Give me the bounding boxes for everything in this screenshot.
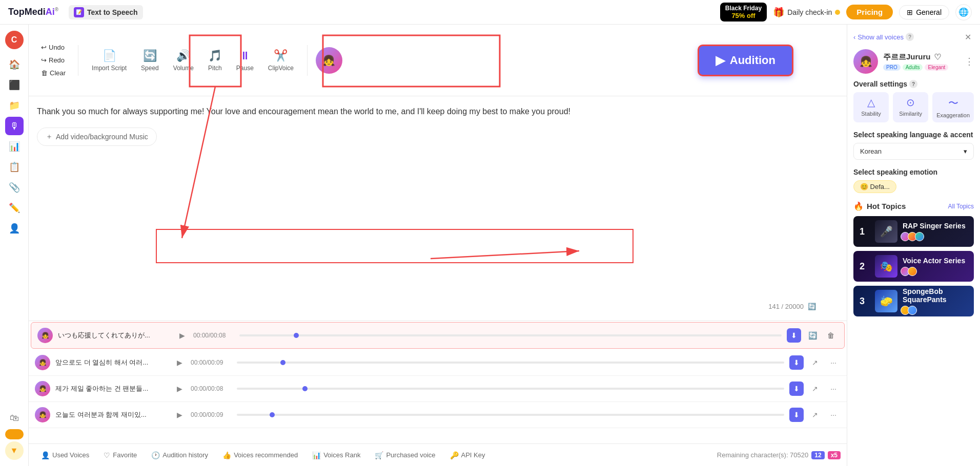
used-voices-label: Used Voices <box>52 451 89 459</box>
separator-2 <box>307 45 308 76</box>
sidebar-item-folder[interactable]: 📁 <box>5 96 24 115</box>
close-panel-button[interactable]: ✕ <box>962 31 974 43</box>
pricing-button[interactable]: Pricing <box>846 5 893 19</box>
favorite-icon: ♡ <box>104 451 110 459</box>
download-button[interactable]: ⬇ <box>789 355 804 370</box>
tts-badge[interactable]: 📝 Text to Speech <box>69 5 143 19</box>
sidebar-item-edit[interactable]: ✏️ <box>5 199 24 217</box>
history-scroll[interactable]: 👧 いつも応援してくれてありが... ▶ 00:00/00:08 ⬇ 🔄 🗑 <box>29 321 847 443</box>
add-music-label: Add video/background Music <box>56 133 148 141</box>
sidebar-item-layers[interactable]: ⬛ <box>5 76 24 94</box>
exaggeration-card[interactable]: 〜 Exaggeration <box>932 92 974 122</box>
heart-icon[interactable]: ♡ <box>934 52 941 62</box>
recommended-label: Voices recommended <box>234 451 298 459</box>
refresh-icon[interactable]: 🔄 <box>808 303 816 310</box>
hot-topics-title: Hot Topics <box>867 202 906 210</box>
voice-more-button[interactable]: ⋮ <box>965 56 974 67</box>
clear-button[interactable]: 🗑 Clear <box>37 67 70 79</box>
download-button[interactable]: ⬇ <box>789 408 804 422</box>
share-button[interactable]: ↗ <box>808 355 822 370</box>
voice-avatar[interactable]: 👧 <box>316 47 342 74</box>
all-topics-link[interactable]: All Topics <box>948 203 974 210</box>
download-button[interactable]: ⬇ <box>789 382 804 396</box>
settings-help-icon[interactable]: ? <box>909 80 917 88</box>
history-play-btn[interactable]: ▶ <box>173 409 186 421</box>
more-button[interactable]: ··· <box>826 408 841 422</box>
stability-card[interactable]: △ Stability <box>853 92 889 122</box>
share-button[interactable]: ↗ <box>808 408 822 422</box>
share-button[interactable]: ↗ <box>808 382 822 396</box>
import-icon: 📄 <box>103 49 116 62</box>
tab-purchased[interactable]: 🛒 Purchased voice <box>369 448 441 462</box>
tab-api[interactable]: 🔑 API Key <box>444 448 492 462</box>
undo-button[interactable]: ↩ Undo <box>37 41 70 53</box>
emotion-button[interactable]: 😊 Defa... <box>853 180 896 193</box>
history-progress-bar[interactable] <box>237 414 784 416</box>
general-button[interactable]: ⊞ General <box>899 5 949 19</box>
user-avatar[interactable]: C <box>5 31 24 49</box>
overall-settings-label: Overall settings <box>853 80 907 88</box>
history-play-btn[interactable]: ▶ <box>173 356 186 369</box>
black-friday-banner[interactable]: Black Friday 75% off <box>720 3 767 22</box>
tab-audition-history[interactable]: 🕐 Audition history <box>145 448 214 462</box>
hot-topics-section: 🔥 Hot Topics All Topics 1 🎤 RAP Singer S… <box>853 201 974 321</box>
history-progress-bar[interactable] <box>239 334 782 336</box>
tab-rank[interactable]: 📊 Voices Rank <box>306 448 366 462</box>
clip-voice-button[interactable]: ✂️ ClipVoice <box>263 46 299 75</box>
topic-card-3[interactable]: 3 🧽 SpongeBob SquarePants <box>853 286 974 316</box>
speed-icon: 🔄 <box>143 49 157 62</box>
regenerate-button[interactable]: 🔄 <box>805 328 820 343</box>
import-script-button[interactable]: 📄 Import Script <box>87 46 132 75</box>
topic-avatars-1 <box>903 232 966 241</box>
sidebar-item-chart[interactable]: 📊 <box>5 137 24 156</box>
stability-icon: △ <box>867 96 875 109</box>
sidebar-item-list[interactable]: 📋 <box>5 158 24 176</box>
tab-favorite[interactable]: ♡ Favorite <box>97 448 143 462</box>
sidebar-item-user[interactable]: 👤 <box>5 219 24 238</box>
tab-recommended[interactable]: 👍 Voices recommended <box>216 448 304 462</box>
sidebar-item-shop[interactable]: 🛍 <box>5 409 24 427</box>
topic-card-1[interactable]: 1 🎤 RAP Singer Series <box>853 216 974 247</box>
history-progress-bar[interactable] <box>237 388 784 390</box>
language-button[interactable]: 🌐 <box>955 4 972 20</box>
sidebar-item-home[interactable]: 🏠 <box>5 55 24 74</box>
more-button[interactable]: ··· <box>826 355 841 370</box>
volume-button[interactable]: 🔊 Volume <box>168 46 199 75</box>
audition-button[interactable]: ▶ Audition <box>698 45 793 76</box>
redo-button[interactable]: ↪ Redo <box>37 54 70 66</box>
sidebar-item-clip[interactable]: 📎 <box>5 178 24 197</box>
pitch-button[interactable]: 🎵 Pitch <box>203 46 227 75</box>
history-play-btn[interactable]: ▶ <box>176 329 188 342</box>
chars-badge: 12 <box>811 451 824 459</box>
speed-button[interactable]: 🔄 Speed <box>136 46 164 75</box>
help-icon[interactable]: ? <box>906 33 914 41</box>
add-music-button[interactable]: ＋ Add video/background Music <box>37 128 157 146</box>
toolbar: ↩ Undo ↪ Redo 🗑 Clear 📄 Import Script 🔄 <box>29 25 847 96</box>
download-button[interactable]: ⬇ <box>787 328 801 343</box>
pause-button[interactable]: ⏸ Pause <box>231 46 259 75</box>
history-voice-avatar: 👧 <box>35 355 50 370</box>
sidebar-expand-btn[interactable]: ▼ <box>5 441 24 460</box>
text-editor-area[interactable]: Thank you so much for always supporting … <box>29 96 847 321</box>
exaggeration-label: Exaggeration <box>936 112 970 118</box>
history-progress-bar[interactable] <box>237 362 784 364</box>
gift-icon: 🎁 <box>773 7 784 18</box>
history-play-btn[interactable]: ▶ <box>173 383 186 395</box>
sidebar-item-tts[interactable]: 🎙 <box>5 117 24 135</box>
delete-button[interactable]: 🗑 <box>824 328 838 343</box>
pause-label: Pause <box>236 65 254 72</box>
show-all-voices-btn[interactable]: ‹ Show all voices ? <box>853 33 914 41</box>
similarity-card[interactable]: ⊙ Similarity <box>893 92 928 122</box>
history-time: 00:00/00:08 <box>193 332 234 339</box>
daily-checkin-button[interactable]: 🎁 Daily check-in <box>773 7 840 18</box>
history-row: 👧 제가 제일 좋아하는 건 팬분들... ▶ 00:00/00:08 ⬇ ↗ … <box>29 376 847 402</box>
topic-card-2[interactable]: 2 🎭 Voice Actor Series <box>853 251 974 282</box>
general-label: General <box>916 8 942 16</box>
more-button[interactable]: ··· <box>826 382 841 396</box>
remaining-chars: Remaining character(s): 70520 12 x5 <box>717 451 841 459</box>
plus-icon: ＋ <box>46 132 53 141</box>
sidebar-promo-btn[interactable] <box>5 429 24 439</box>
tab-used-voices[interactable]: 👤 Used Voices <box>35 448 95 462</box>
language-select[interactable]: Korean ▾ <box>853 143 974 160</box>
topic-avatar-mini <box>915 232 924 241</box>
